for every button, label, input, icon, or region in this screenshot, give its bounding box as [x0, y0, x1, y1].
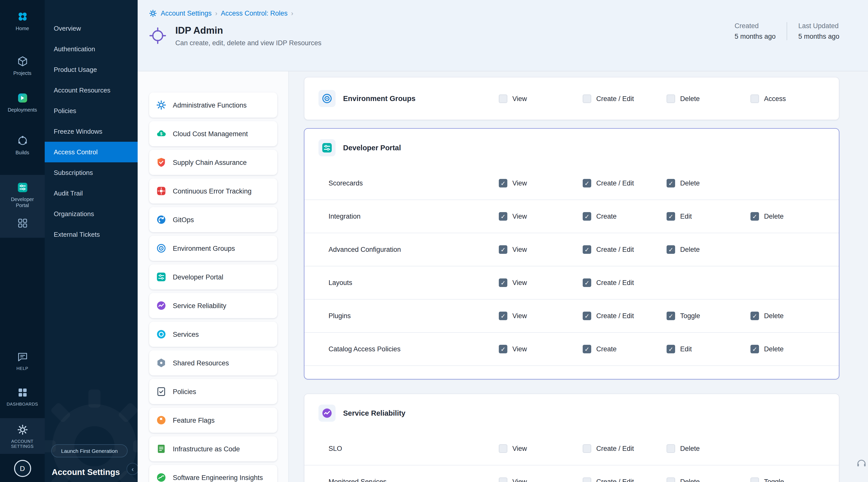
resource-item[interactable]: Feature Flags	[149, 408, 277, 433]
checkbox[interactable]	[499, 312, 507, 320]
permission-checkbox-cell[interactable]: Delete	[666, 478, 750, 482]
resource-item[interactable]: Supply Chain Assurance	[149, 150, 277, 175]
permission-checkbox-cell[interactable]: Create / Edit	[583, 444, 666, 453]
permission-checkbox-cell[interactable]: Create / Edit	[583, 179, 666, 187]
checkbox[interactable]	[583, 245, 591, 254]
permission-checkbox-cell[interactable]: View	[499, 245, 583, 254]
permission-checkbox-cell[interactable]: Delete	[750, 345, 839, 353]
user-avatar[interactable]: D	[14, 460, 31, 477]
sidebar-item-audit-trail[interactable]: Audit Trail	[45, 183, 137, 204]
resource-item[interactable]: Environment Groups	[149, 236, 277, 261]
sidebar-item-external-tickets[interactable]: External Tickets	[45, 224, 137, 245]
rail-item-deployments[interactable]: Deployments	[0, 87, 45, 117]
permission-checkbox-cell[interactable]: Access	[750, 94, 839, 103]
permission-checkbox-cell[interactable]: Create	[583, 212, 666, 221]
sidebar-item-product-usage[interactable]: Product Usage	[45, 59, 137, 80]
checkbox[interactable]	[583, 345, 591, 353]
permission-checkbox-cell[interactable]: Delete	[750, 212, 839, 221]
permission-checkbox-cell[interactable]: Edit	[666, 345, 750, 353]
rail-item-help[interactable]: HELP	[0, 347, 45, 375]
sidebar-item-overview[interactable]: Overview	[45, 18, 137, 39]
permission-checkbox-cell[interactable]: Toggle	[666, 312, 750, 320]
breadcrumb-link-account-settings[interactable]: Account Settings	[161, 9, 212, 17]
checkbox[interactable]	[666, 312, 675, 320]
checkbox[interactable]	[499, 478, 507, 482]
checkbox[interactable]	[583, 179, 591, 187]
resource-item[interactable]: Service Reliability	[149, 293, 277, 318]
resource-item[interactable]: GitOps	[149, 207, 277, 232]
permission-checkbox-cell[interactable]: Delete	[666, 94, 750, 103]
checkbox[interactable]	[583, 94, 591, 103]
checkbox[interactable]	[666, 345, 675, 353]
permission-checkbox-cell[interactable]: View	[499, 312, 583, 320]
rail-item-account-settings[interactable]: ACCOUNT SETTINGS	[0, 419, 45, 453]
checkbox[interactable]	[750, 212, 759, 221]
rail-item-builds[interactable]: Builds	[0, 130, 45, 160]
permission-checkbox-cell[interactable]: Create / Edit	[583, 94, 666, 103]
sidebar-item-policies[interactable]: Policies	[45, 100, 137, 121]
checkbox[interactable]	[583, 478, 591, 482]
sidebar-item-organizations[interactable]: Organizations	[45, 204, 137, 224]
permission-checkbox-cell[interactable]: Edit	[666, 212, 750, 221]
checkbox[interactable]	[750, 478, 759, 482]
resource-item[interactable]: Software Engineering Insights	[149, 465, 277, 482]
checkbox[interactable]	[666, 444, 675, 453]
module-grid-button[interactable]	[0, 213, 45, 234]
permission-checkbox-cell[interactable]: Delete	[750, 312, 839, 320]
permission-checkbox-cell[interactable]: Toggle	[750, 478, 839, 482]
rail-item-projects[interactable]: Projects	[0, 51, 45, 81]
permission-checkbox-cell[interactable]: View	[499, 94, 583, 103]
permission-checkbox-cell[interactable]: Create / Edit	[583, 245, 666, 254]
support-headset-icon[interactable]	[856, 458, 867, 469]
checkbox[interactable]	[583, 212, 591, 221]
checkbox[interactable]	[750, 94, 759, 103]
checkbox[interactable]	[499, 94, 507, 103]
checkbox[interactable]	[666, 212, 675, 221]
permission-checkbox-cell[interactable]: View	[499, 212, 583, 221]
resource-item[interactable]: Developer Portal	[149, 264, 277, 290]
checkbox[interactable]	[499, 345, 507, 353]
rail-item-home[interactable]: Home	[0, 6, 45, 36]
sidebar-item-account-resources[interactable]: Account Resources	[45, 80, 137, 100]
permission-checkbox-cell[interactable]: Create / Edit	[583, 278, 666, 287]
sidebar-item-subscriptions[interactable]: Subscriptions	[45, 162, 137, 183]
checkbox[interactable]	[499, 278, 507, 287]
permission-checkbox-cell[interactable]: View	[499, 444, 583, 453]
checkbox[interactable]	[666, 179, 675, 187]
permission-checkbox-cell[interactable]: View	[499, 179, 583, 187]
resource-item[interactable]: Continuous Error Tracking	[149, 178, 277, 204]
resource-item[interactable]: Services	[149, 322, 277, 347]
rail-item-dashboards[interactable]: DASHBOARDS	[0, 382, 45, 411]
resource-item[interactable]: Administrative Functions	[149, 92, 277, 118]
checkbox[interactable]	[750, 312, 759, 320]
checkbox[interactable]	[499, 444, 507, 453]
rail-item-developer-portal[interactable]: Developer Portal	[0, 177, 45, 213]
checkbox[interactable]	[499, 212, 507, 221]
checkbox[interactable]	[583, 444, 591, 453]
sidebar-item-authentication[interactable]: Authentication	[45, 39, 137, 59]
checkbox[interactable]	[666, 94, 675, 103]
resource-item[interactable]: Infrastructure as Code	[149, 436, 277, 461]
permission-checkbox-cell[interactable]: View	[499, 478, 583, 482]
permission-checkbox-cell[interactable]: Delete	[666, 444, 750, 453]
permission-checkbox-cell[interactable]: Delete	[666, 179, 750, 187]
permission-checkbox-cell[interactable]: Create	[583, 345, 666, 353]
checkbox[interactable]	[750, 345, 759, 353]
resource-item[interactable]: Policies	[149, 379, 277, 404]
permission-checkbox-cell[interactable]: Create / Edit	[583, 478, 666, 482]
checkbox[interactable]	[499, 245, 507, 254]
checkbox[interactable]	[499, 179, 507, 187]
sidebar-item-freeze-windows[interactable]: Freeze Windows	[45, 121, 137, 142]
checkbox[interactable]	[666, 245, 675, 254]
checkbox[interactable]	[583, 278, 591, 287]
checkbox[interactable]	[666, 478, 675, 482]
sidebar-item-access-control[interactable]: Access Control	[45, 142, 137, 162]
launch-first-generation-button[interactable]: Launch First Generation	[51, 444, 128, 457]
resource-item[interactable]: $ Cloud Cost Management	[149, 121, 277, 146]
permission-checkbox-cell[interactable]: Create / Edit	[583, 312, 666, 320]
sidebar-collapse-button[interactable]: ‹	[127, 463, 137, 475]
permission-checkbox-cell[interactable]: View	[499, 345, 583, 353]
permission-checkbox-cell[interactable]: Delete	[666, 245, 750, 254]
permission-checkbox-cell[interactable]: View	[499, 278, 583, 287]
checkbox[interactable]	[583, 312, 591, 320]
